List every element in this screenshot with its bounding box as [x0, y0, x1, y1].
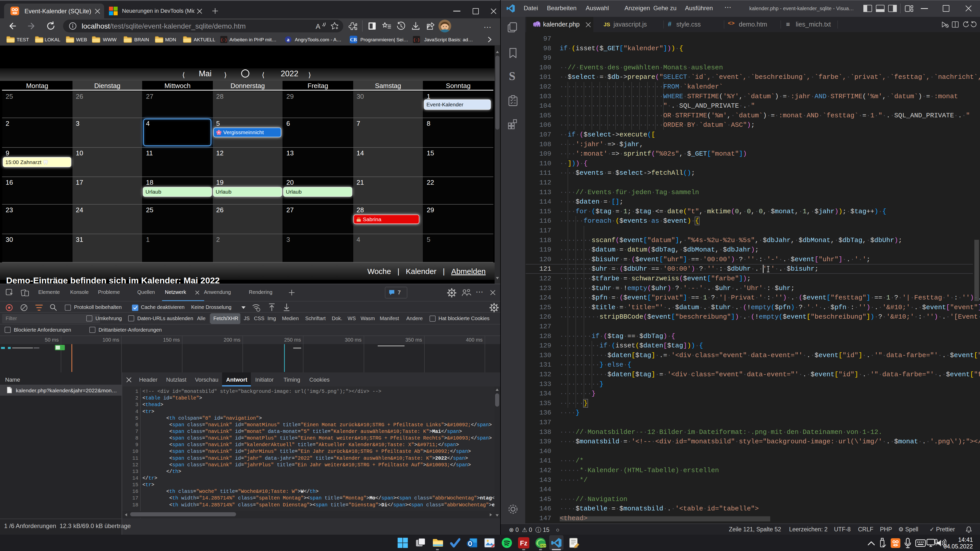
svg-text:{·}: {·}	[221, 38, 227, 42]
svg-text:CB: CB	[350, 37, 357, 42]
svg-text:{·}: {·}	[413, 38, 420, 42]
svg-text:a: a	[287, 37, 290, 43]
svg-text:DEV: DEV	[540, 544, 546, 547]
svg-text:Fz: Fz	[520, 539, 528, 547]
